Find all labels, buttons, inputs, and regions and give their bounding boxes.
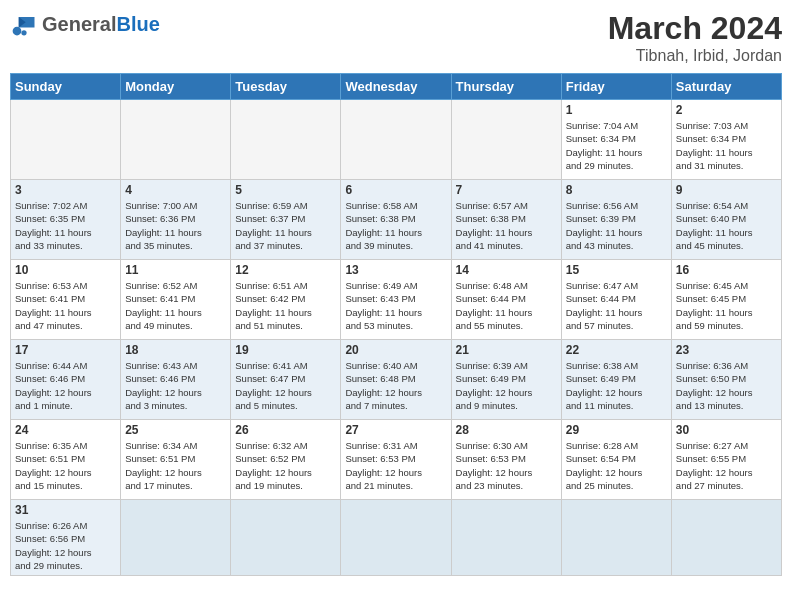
calendar-week-row: 10Sunrise: 6:53 AM Sunset: 6:41 PM Dayli…	[11, 260, 782, 340]
calendar-day-cell: 17Sunrise: 6:44 AM Sunset: 6:46 PM Dayli…	[11, 340, 121, 420]
day-number: 24	[15, 423, 116, 437]
calendar-day-cell: 25Sunrise: 6:34 AM Sunset: 6:51 PM Dayli…	[121, 420, 231, 500]
day-info-text: Sunrise: 6:49 AM Sunset: 6:43 PM Dayligh…	[345, 279, 446, 332]
day-number: 17	[15, 343, 116, 357]
day-number: 26	[235, 423, 336, 437]
calendar-day-cell	[561, 500, 671, 576]
day-info-text: Sunrise: 7:02 AM Sunset: 6:35 PM Dayligh…	[15, 199, 116, 252]
day-info-text: Sunrise: 6:28 AM Sunset: 6:54 PM Dayligh…	[566, 439, 667, 492]
day-number: 27	[345, 423, 446, 437]
svg-point-4	[21, 30, 26, 35]
calendar-day-cell	[451, 500, 561, 576]
day-info-text: Sunrise: 6:41 AM Sunset: 6:47 PM Dayligh…	[235, 359, 336, 412]
day-number: 19	[235, 343, 336, 357]
title-block: March 2024 Tibnah, Irbid, Jordan	[608, 10, 782, 65]
calendar-day-cell: 4Sunrise: 7:00 AM Sunset: 6:36 PM Daylig…	[121, 180, 231, 260]
day-info-text: Sunrise: 6:26 AM Sunset: 6:56 PM Dayligh…	[15, 519, 116, 572]
day-number: 14	[456, 263, 557, 277]
day-info-text: Sunrise: 6:45 AM Sunset: 6:45 PM Dayligh…	[676, 279, 777, 332]
day-info-text: Sunrise: 6:30 AM Sunset: 6:53 PM Dayligh…	[456, 439, 557, 492]
svg-point-3	[13, 27, 22, 36]
calendar-day-cell: 15Sunrise: 6:47 AM Sunset: 6:44 PM Dayli…	[561, 260, 671, 340]
day-info-text: Sunrise: 6:31 AM Sunset: 6:53 PM Dayligh…	[345, 439, 446, 492]
day-info-text: Sunrise: 6:34 AM Sunset: 6:51 PM Dayligh…	[125, 439, 226, 492]
day-number: 23	[676, 343, 777, 357]
day-number: 15	[566, 263, 667, 277]
calendar-day-cell: 26Sunrise: 6:32 AM Sunset: 6:52 PM Dayli…	[231, 420, 341, 500]
day-number: 20	[345, 343, 446, 357]
day-number: 4	[125, 183, 226, 197]
day-of-week-header: Thursday	[451, 74, 561, 100]
calendar-day-cell: 30Sunrise: 6:27 AM Sunset: 6:55 PM Dayli…	[671, 420, 781, 500]
month-year-title: March 2024	[608, 10, 782, 47]
day-number: 31	[15, 503, 116, 517]
calendar-week-row: 31Sunrise: 6:26 AM Sunset: 6:56 PM Dayli…	[11, 500, 782, 576]
day-number: 6	[345, 183, 446, 197]
calendar-table: SundayMondayTuesdayWednesdayThursdayFrid…	[10, 73, 782, 576]
calendar-day-cell: 14Sunrise: 6:48 AM Sunset: 6:44 PM Dayli…	[451, 260, 561, 340]
day-info-text: Sunrise: 6:38 AM Sunset: 6:49 PM Dayligh…	[566, 359, 667, 412]
day-number: 8	[566, 183, 667, 197]
day-number: 2	[676, 103, 777, 117]
calendar-day-cell: 6Sunrise: 6:58 AM Sunset: 6:38 PM Daylig…	[341, 180, 451, 260]
calendar-day-cell: 11Sunrise: 6:52 AM Sunset: 6:41 PM Dayli…	[121, 260, 231, 340]
day-number: 3	[15, 183, 116, 197]
calendar-week-row: 17Sunrise: 6:44 AM Sunset: 6:46 PM Dayli…	[11, 340, 782, 420]
day-number: 7	[456, 183, 557, 197]
calendar-day-cell: 23Sunrise: 6:36 AM Sunset: 6:50 PM Dayli…	[671, 340, 781, 420]
calendar-day-cell	[231, 500, 341, 576]
day-of-week-header: Friday	[561, 74, 671, 100]
day-of-week-header: Wednesday	[341, 74, 451, 100]
calendar-day-cell: 27Sunrise: 6:31 AM Sunset: 6:53 PM Dayli…	[341, 420, 451, 500]
calendar-day-cell	[231, 100, 341, 180]
day-number: 28	[456, 423, 557, 437]
day-number: 21	[456, 343, 557, 357]
day-number: 9	[676, 183, 777, 197]
day-info-text: Sunrise: 7:04 AM Sunset: 6:34 PM Dayligh…	[566, 119, 667, 172]
calendar-day-cell: 16Sunrise: 6:45 AM Sunset: 6:45 PM Dayli…	[671, 260, 781, 340]
day-info-text: Sunrise: 6:27 AM Sunset: 6:55 PM Dayligh…	[676, 439, 777, 492]
calendar-day-cell: 21Sunrise: 6:39 AM Sunset: 6:49 PM Dayli…	[451, 340, 561, 420]
day-info-text: Sunrise: 6:57 AM Sunset: 6:38 PM Dayligh…	[456, 199, 557, 252]
calendar-day-cell: 9Sunrise: 6:54 AM Sunset: 6:40 PM Daylig…	[671, 180, 781, 260]
calendar-day-cell: 5Sunrise: 6:59 AM Sunset: 6:37 PM Daylig…	[231, 180, 341, 260]
day-number: 25	[125, 423, 226, 437]
calendar-day-cell: 31Sunrise: 6:26 AM Sunset: 6:56 PM Dayli…	[11, 500, 121, 576]
day-info-text: Sunrise: 6:54 AM Sunset: 6:40 PM Dayligh…	[676, 199, 777, 252]
calendar-day-cell: 2Sunrise: 7:03 AM Sunset: 6:34 PM Daylig…	[671, 100, 781, 180]
calendar-day-cell: 10Sunrise: 6:53 AM Sunset: 6:41 PM Dayli…	[11, 260, 121, 340]
day-number: 18	[125, 343, 226, 357]
day-number: 16	[676, 263, 777, 277]
day-of-week-header: Saturday	[671, 74, 781, 100]
calendar-week-row: 24Sunrise: 6:35 AM Sunset: 6:51 PM Dayli…	[11, 420, 782, 500]
page-header: GeneralBlue March 2024 Tibnah, Irbid, Jo…	[10, 10, 782, 65]
day-of-week-header: Sunday	[11, 74, 121, 100]
day-info-text: Sunrise: 6:44 AM Sunset: 6:46 PM Dayligh…	[15, 359, 116, 412]
day-info-text: Sunrise: 6:39 AM Sunset: 6:49 PM Dayligh…	[456, 359, 557, 412]
day-info-text: Sunrise: 6:48 AM Sunset: 6:44 PM Dayligh…	[456, 279, 557, 332]
calendar-day-cell: 19Sunrise: 6:41 AM Sunset: 6:47 PM Dayli…	[231, 340, 341, 420]
day-of-week-header: Tuesday	[231, 74, 341, 100]
day-info-text: Sunrise: 7:00 AM Sunset: 6:36 PM Dayligh…	[125, 199, 226, 252]
calendar-day-cell: 28Sunrise: 6:30 AM Sunset: 6:53 PM Dayli…	[451, 420, 561, 500]
calendar-day-cell	[121, 100, 231, 180]
day-info-text: Sunrise: 6:59 AM Sunset: 6:37 PM Dayligh…	[235, 199, 336, 252]
calendar-day-cell	[341, 100, 451, 180]
calendar-day-cell	[451, 100, 561, 180]
logo: GeneralBlue	[10, 10, 160, 38]
day-number: 29	[566, 423, 667, 437]
calendar-day-cell: 13Sunrise: 6:49 AM Sunset: 6:43 PM Dayli…	[341, 260, 451, 340]
calendar-day-cell	[671, 500, 781, 576]
calendar-day-cell: 7Sunrise: 6:57 AM Sunset: 6:38 PM Daylig…	[451, 180, 561, 260]
day-number: 12	[235, 263, 336, 277]
day-number: 1	[566, 103, 667, 117]
day-number: 5	[235, 183, 336, 197]
day-of-week-header: Monday	[121, 74, 231, 100]
calendar-day-cell: 22Sunrise: 6:38 AM Sunset: 6:49 PM Dayli…	[561, 340, 671, 420]
day-info-text: Sunrise: 6:43 AM Sunset: 6:46 PM Dayligh…	[125, 359, 226, 412]
day-info-text: Sunrise: 6:35 AM Sunset: 6:51 PM Dayligh…	[15, 439, 116, 492]
calendar-day-cell: 1Sunrise: 7:04 AM Sunset: 6:34 PM Daylig…	[561, 100, 671, 180]
day-info-text: Sunrise: 6:32 AM Sunset: 6:52 PM Dayligh…	[235, 439, 336, 492]
day-info-text: Sunrise: 7:03 AM Sunset: 6:34 PM Dayligh…	[676, 119, 777, 172]
day-info-text: Sunrise: 6:51 AM Sunset: 6:42 PM Dayligh…	[235, 279, 336, 332]
